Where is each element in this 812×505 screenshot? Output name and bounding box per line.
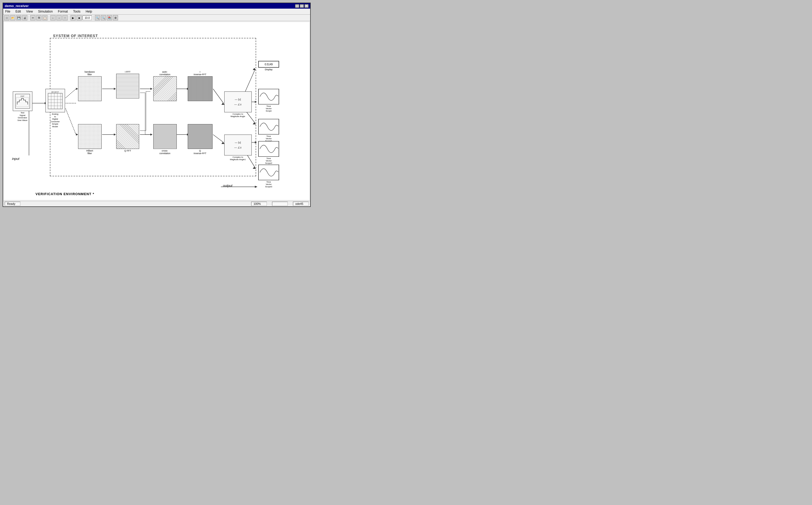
scope4-block[interactable]: TimeVectorScope3	[257, 165, 280, 188]
svg-rect-56	[258, 89, 279, 104]
menu-format[interactable]: Format	[57, 9, 69, 14]
menu-bar: File Edit View Simulation Format Tools H…	[3, 9, 310, 15]
complex1-block[interactable]: — |u| — ∠u Complex toMagitude-Angle	[224, 92, 252, 118]
up-button[interactable]: ↑	[62, 15, 68, 20]
redo-button[interactable]: →	[56, 15, 62, 20]
status-bar: Ready 100% ode45	[3, 201, 310, 206]
undo-button[interactable]: ←	[50, 15, 56, 20]
display-block[interactable]: 0.5149 Display	[257, 61, 280, 71]
qfft-label: Q FFT	[124, 149, 131, 152]
menu-edit[interactable]: Edit	[14, 9, 22, 14]
scope2-block[interactable]: TimeVectorScope1	[257, 119, 280, 142]
status-right: 100% ode45	[251, 202, 309, 206]
sim-time-input[interactable]	[82, 15, 92, 20]
maximize-button[interactable]: □	[300, 4, 304, 8]
minimize-button[interactable]: _	[295, 4, 299, 8]
ifft-block[interactable]: I FFT	[116, 70, 140, 99]
hilbert-label: Hilbertfilter	[86, 149, 93, 155]
sep2	[49, 15, 49, 20]
cut-button[interactable]: ✂	[30, 15, 35, 20]
q-inv-fft-label: Qinverse-FFT	[194, 149, 207, 155]
toolbar: □ 📂 💾 🖨 ✂ ⧉ 📋 ← → ↑ ▶ ■ 🔍 🔍 📚 ⚙	[3, 15, 310, 21]
canvas-area[interactable]: SYSTEM OF INTEREST DSP TestSignalGenerat…	[4, 22, 309, 200]
sep4	[93, 15, 93, 20]
title-bar: demo_receiver _ □ ×	[3, 3, 310, 9]
adc-block[interactable]: IIR DF2T AnalogtoDigitalConverterSimpleM…	[45, 89, 65, 128]
scope1-block[interactable]: TimeVectorScope	[257, 89, 280, 112]
complex2-label: Complex toMagitude-Angle1	[230, 156, 246, 161]
library-button[interactable]: 📚	[107, 15, 112, 20]
status-zoom: 100%	[251, 202, 267, 206]
output-label: output	[223, 184, 232, 188]
bandpass-block[interactable]: bandpassfilter	[77, 70, 102, 101]
status-solver: ode45	[293, 202, 309, 206]
scope3-block[interactable]: TimeVectorScope2	[257, 141, 280, 164]
print-button[interactable]: 🖨	[22, 15, 27, 20]
qfft-block[interactable]: Q FFT	[116, 124, 140, 152]
autocorr-top-label: auto-correlation	[159, 70, 170, 76]
menu-file[interactable]: File	[4, 9, 11, 14]
hilbert-block[interactable]: Hilbertfilter	[77, 124, 102, 155]
sep1	[29, 15, 29, 20]
menu-view[interactable]: View	[25, 9, 34, 14]
svg-rect-58	[258, 141, 279, 157]
zoom-out-button[interactable]: 🔍	[101, 15, 106, 20]
window-controls: _ □ ×	[295, 4, 309, 8]
complex2-block[interactable]: — |u| — ∠u Complex toMagitude-Angle1	[224, 135, 252, 161]
q-inv-fft-block[interactable]: Qinverse-FFT	[187, 124, 213, 155]
i-inv-fft-block[interactable]: Iinverse-FFT	[187, 70, 213, 101]
menu-tools[interactable]: Tools	[72, 9, 81, 14]
display-value: 0.5149	[265, 63, 273, 66]
scope4-label: TimeVectorScope3	[265, 181, 272, 188]
svg-rect-47	[48, 93, 62, 109]
svg-text:IIR DF2T: IIR DF2T	[51, 91, 59, 93]
copy-button[interactable]: ⧉	[36, 15, 41, 20]
crosscorr-label: cross-correlation	[159, 149, 170, 155]
close-button[interactable]: ×	[304, 4, 309, 8]
window-title: demo_receiver	[5, 4, 29, 8]
play-button[interactable]: ▶	[70, 15, 76, 20]
paste-button[interactable]: 📋	[42, 15, 47, 20]
display-label: Display	[265, 68, 273, 71]
test-signal-label: TestSignalGeneratorSine Wave	[17, 112, 27, 122]
input-label: input	[12, 157, 19, 161]
status-left: Ready	[5, 202, 20, 206]
main-window: demo_receiver _ □ × File Edit View Simul…	[3, 3, 311, 207]
status-ready: Ready	[5, 202, 20, 206]
ifft-top-label: I FFT	[125, 70, 130, 73]
svg-rect-57	[258, 119, 279, 134]
bandpass-top-label: bandpassfilter	[84, 70, 95, 76]
new-button[interactable]: □	[4, 15, 9, 20]
complex1-label: Complex toMagitude-Angle	[231, 113, 245, 118]
system-label: SYSTEM OF INTEREST	[53, 34, 98, 38]
autocorr-block[interactable]: auto-correlation	[153, 70, 177, 101]
test-signal-block[interactable]: DSP TestSignalGeneratorSine Wave	[12, 92, 33, 122]
scope1-label: TimeVectorScope	[266, 105, 272, 112]
status-middle	[272, 202, 288, 206]
svg-text:DSP: DSP	[20, 96, 24, 97]
open-button[interactable]: 📂	[10, 15, 15, 20]
debug-button[interactable]: ⚙	[113, 15, 118, 20]
i-inv-fft-top-label: Iinverse-FFT	[194, 70, 207, 76]
stop-button[interactable]: ■	[76, 15, 82, 20]
scope3-label: TimeVectorScope2	[265, 157, 272, 164]
svg-rect-59	[258, 165, 279, 180]
save-button[interactable]: 💾	[16, 15, 21, 20]
menu-simulation[interactable]: Simulation	[37, 9, 54, 14]
zoom-in-button[interactable]: 🔍	[95, 15, 100, 20]
adc-label: AnalogtoDigitalConverterSimpleModel	[50, 113, 59, 128]
crosscorr-block[interactable]: cross-correlation	[153, 124, 177, 155]
menu-help[interactable]: Help	[84, 9, 93, 14]
verif-label: VERIFICATION ENVIRONMENT *	[35, 192, 94, 196]
